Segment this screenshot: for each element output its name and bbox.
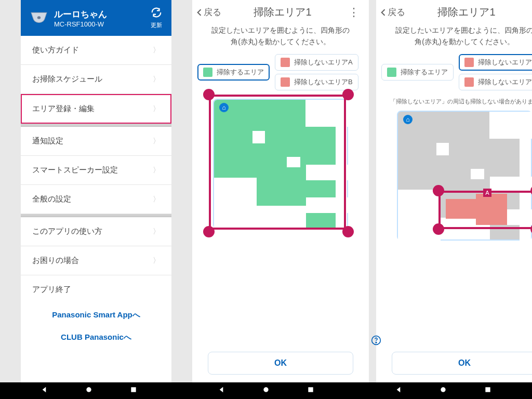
back-button[interactable]: 戻る: [378, 6, 405, 18]
nav-back-icon[interactable]: [40, 385, 48, 396]
menu-item-schedule[interactable]: お掃除スケジュール 〉: [21, 65, 171, 94]
menu-header: ルーロちゃん MC-RSF1000-W 更新: [21, 0, 171, 36]
nav-home-icon[interactable]: [439, 385, 447, 396]
android-nav-bar: [0, 382, 532, 399]
zone-handle[interactable]: [342, 226, 354, 237]
svg-rect-8: [308, 387, 313, 392]
ok-button[interactable]: OK: [392, 352, 532, 375]
menu-item-quit[interactable]: アプリ終了: [21, 275, 171, 304]
help-icon[interactable]: [371, 335, 381, 345]
menu-item-smart-speaker[interactable]: スマートスピーカー設定 〉: [21, 156, 171, 185]
legend-clean-area[interactable]: 掃除するエリア: [197, 64, 270, 81]
zone-handle[interactable]: [203, 226, 215, 237]
chevron-right-icon: 〉: [153, 46, 160, 55]
legend-skip-area-b[interactable]: 掃除しないエリアB: [459, 74, 532, 90]
legend-skip-area-b[interactable]: 掃除しないエリアB: [275, 74, 358, 90]
zone-handle[interactable]: [203, 89, 215, 100]
zone-label-a: A: [483, 189, 491, 197]
home-icon: [403, 115, 413, 124]
zone-handle[interactable]: [342, 89, 354, 100]
nav-home-icon[interactable]: [262, 385, 270, 396]
menu-item-trouble[interactable]: お困りの場合 〉: [21, 246, 171, 275]
nav-home-icon[interactable]: [85, 385, 93, 396]
chevron-right-icon: 〉: [153, 137, 160, 146]
chevron-right-icon: 〉: [153, 256, 160, 265]
svg-point-7: [263, 387, 268, 392]
nav-recent-icon[interactable]: [484, 385, 492, 396]
chevron-right-icon: 〉: [153, 166, 160, 175]
settings-menu: ルーロちゃん MC-RSF1000-W 更新 使い方ガイド 〉 お掃除スケジュー…: [21, 0, 171, 382]
nav-back-icon[interactable]: [217, 385, 225, 396]
svg-point-5: [86, 387, 91, 392]
pane-clean-area: 戻る 掃除エリア1 ⋮ 設定したいエリアを囲むように、四角形の 角(赤丸)を動か…: [192, 0, 369, 382]
refresh-button[interactable]: 更新: [151, 7, 162, 29]
skip-note: 「掃除しないエリア」の周辺も掃除しない場合があります: [376, 96, 532, 108]
nav-recent-icon[interactable]: [129, 385, 138, 396]
link-smart-app[interactable]: Panasonic Smart Appへ: [21, 304, 171, 326]
pane-instruction: 設定したいエリアを囲むように、四角形の 角(赤丸)を動かしてください。: [376, 24, 532, 52]
link-club-panasonic[interactable]: CLUB Panasonicへ: [21, 326, 171, 349]
chevron-right-icon: 〉: [153, 104, 160, 114]
menu-item-guide[interactable]: 使い方ガイド 〉: [21, 36, 171, 65]
clean-zone-rect[interactable]: [209, 95, 346, 230]
nav-recent-icon[interactable]: [307, 385, 315, 396]
legend-skip-area-a[interactable]: 掃除しないエリアA: [275, 54, 358, 71]
chevron-right-icon: 〉: [153, 75, 160, 84]
refresh-label: 更新: [151, 21, 162, 29]
menu-item-general[interactable]: 全般の設定 〉: [21, 185, 171, 214]
nav-back-icon[interactable]: [394, 385, 403, 396]
menu-item-notifications[interactable]: 通知設定 〉: [21, 127, 171, 156]
menu-item-app-howto[interactable]: このアプリの使い方 〉: [21, 217, 171, 246]
ok-button[interactable]: OK: [208, 352, 353, 375]
kebab-menu-icon[interactable]: ⋮: [528, 7, 532, 18]
skip-zone-rect[interactable]: A: [438, 191, 532, 229]
pane-skip-area: 戻る 掃除エリア1 ⋮ 設定したいエリアを囲むように、四角形の 角(赤丸)を動か…: [376, 0, 532, 382]
svg-rect-6: [131, 387, 136, 392]
device-icon: [30, 11, 48, 25]
legend-skip-area-a[interactable]: 掃除しないエリアA: [459, 54, 532, 71]
chevron-right-icon: 〉: [153, 195, 160, 204]
kebab-menu-icon[interactable]: ⋮: [344, 7, 364, 18]
device-name: ルーロちゃん: [54, 8, 151, 20]
pane-title: 掃除エリア1: [405, 5, 528, 19]
zone-handle[interactable]: [433, 185, 444, 196]
svg-point-0: [37, 16, 41, 19]
svg-point-2: [376, 342, 377, 343]
map-editor[interactable]: [192, 96, 369, 331]
zone-handle[interactable]: [433, 223, 444, 235]
chevron-right-icon: 〉: [153, 227, 160, 236]
legend-clean-area[interactable]: 掃除するエリア: [381, 64, 454, 81]
menu-item-area-edit[interactable]: エリア登録・編集 〉: [21, 94, 171, 124]
svg-point-9: [441, 387, 446, 392]
map-editor[interactable]: A: [376, 108, 532, 331]
pane-title: 掃除エリア1: [221, 5, 344, 19]
pane-instruction: 設定したいエリアを囲むように、四角形の 角(赤丸)を動かしてください。: [192, 24, 369, 52]
device-model: MC-RSF1000-W: [54, 20, 151, 28]
svg-rect-10: [486, 387, 490, 392]
back-button[interactable]: 戻る: [194, 6, 221, 18]
